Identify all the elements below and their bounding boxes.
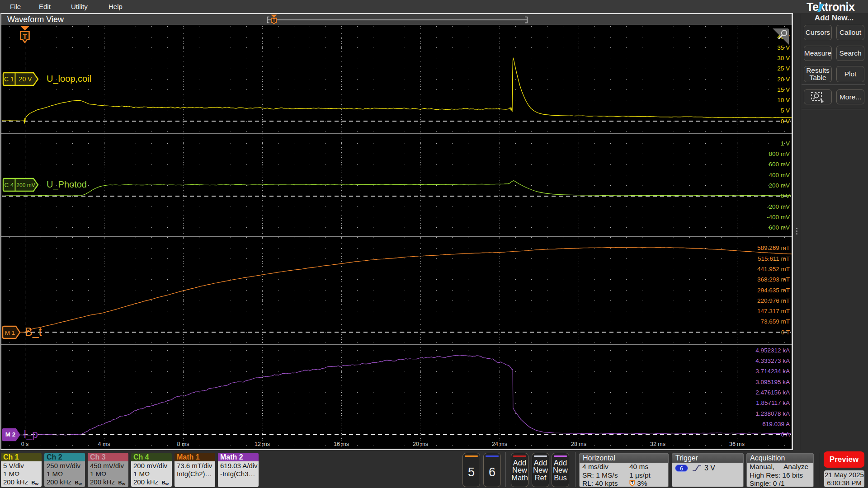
svg-text:24 ms: 24 ms <box>492 441 507 447</box>
svg-text:-200 mV: -200 mV <box>767 203 790 210</box>
svg-text:T: T <box>631 480 634 485</box>
svg-text:25 V: 25 V <box>777 65 790 72</box>
svg-text:15 V: 15 V <box>777 86 790 93</box>
svg-text:441.952 mT: 441.952 mT <box>757 266 790 272</box>
svg-text:30 V: 30 V <box>777 55 790 61</box>
svg-text:294.635 mT: 294.635 mT <box>757 287 790 294</box>
svg-text:20 ms: 20 ms <box>413 441 428 447</box>
svg-text:B_t: B_t <box>25 325 42 338</box>
svg-text:T: T <box>23 33 27 40</box>
svg-text:I_p: I_p <box>24 428 38 440</box>
svg-text:C 1: C 1 <box>4 75 14 83</box>
svg-text:20 V: 20 V <box>777 76 790 83</box>
svg-text:T: T <box>273 18 276 23</box>
svg-text:5 V: 5 V <box>781 107 790 114</box>
svg-text:36 ms: 36 ms <box>729 441 745 447</box>
svg-text:8 ms: 8 ms <box>177 441 189 447</box>
svg-text:3.714234 kA: 3.714234 kA <box>755 368 790 375</box>
svg-text:0 T: 0 T <box>781 329 790 336</box>
svg-text:600 mV: 600 mV <box>769 161 790 168</box>
svg-text:0 s: 0 s <box>21 441 29 447</box>
svg-text:-400 mV: -400 mV <box>767 214 790 221</box>
svg-text:28 ms: 28 ms <box>571 441 586 447</box>
svg-text:35 V: 35 V <box>777 44 790 51</box>
svg-text:400 mV: 400 mV <box>769 172 790 178</box>
svg-text:20 V: 20 V <box>19 75 32 83</box>
svg-text:32 ms: 32 ms <box>650 441 665 447</box>
svg-text:515.611 mT: 515.611 mT <box>758 255 790 262</box>
svg-text:0 A: 0 A <box>781 431 790 438</box>
svg-text:200 mV: 200 mV <box>769 182 790 189</box>
svg-text:2.476156 kA: 2.476156 kA <box>755 389 790 396</box>
svg-text:U_Photod: U_Photod <box>47 179 87 190</box>
svg-text:0 V: 0 V <box>781 118 790 125</box>
svg-text:0 V: 0 V <box>781 192 790 199</box>
svg-text:M 1: M 1 <box>5 329 15 336</box>
svg-text:4.333273 kA: 4.333273 kA <box>755 357 790 364</box>
svg-text:16 ms: 16 ms <box>334 441 349 447</box>
svg-text:589.269 mT: 589.269 mT <box>757 244 790 251</box>
svg-text:M 2: M 2 <box>5 431 16 438</box>
svg-text:1.238078 kA: 1.238078 kA <box>755 410 790 417</box>
svg-text:73.659 mT: 73.659 mT <box>760 318 790 325</box>
svg-text:619.039 A: 619.039 A <box>762 421 790 427</box>
svg-text:10 V: 10 V <box>777 97 790 103</box>
svg-text:147.317 mT: 147.317 mT <box>757 308 790 314</box>
svg-text:1 V: 1 V <box>781 140 790 147</box>
svg-text:Te: Te <box>807 0 819 13</box>
svg-text:220.976 mT: 220.976 mT <box>757 297 790 304</box>
svg-text:tronix: tronix <box>825 0 855 13</box>
svg-text:200 mV: 200 mV <box>16 182 35 188</box>
svg-text:800 mV: 800 mV <box>769 150 790 157</box>
svg-text:4 ms: 4 ms <box>98 441 110 447</box>
svg-text:12 ms: 12 ms <box>255 441 270 447</box>
svg-text:U_loop,coil: U_loop,coil <box>47 74 91 84</box>
svg-text:368.293 mT: 368.293 mT <box>757 276 790 283</box>
svg-text:4.952312 kA: 4.952312 kA <box>755 347 790 354</box>
svg-text:3.095195 kA: 3.095195 kA <box>755 379 790 385</box>
svg-text:C 4: C 4 <box>4 182 14 188</box>
svg-text:1.857117 kA: 1.857117 kA <box>756 399 790 406</box>
svg-text:-600 mV: -600 mV <box>767 224 790 231</box>
